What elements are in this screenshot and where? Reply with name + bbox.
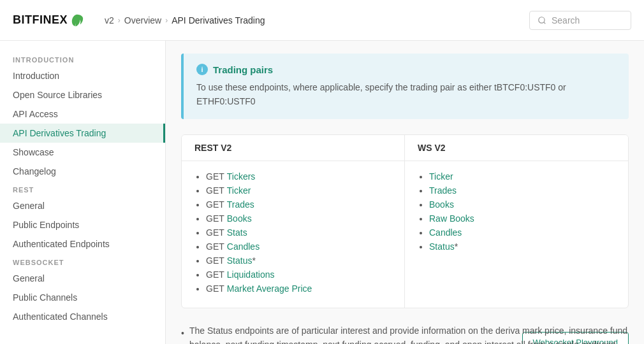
list-item: GETTrades	[206, 199, 392, 210]
api-table-header: REST V2 WS V2	[182, 135, 628, 161]
header: BITFINEX v2 › Overview › API Derivatives…	[0, 0, 644, 41]
info-box-title: i Trading pairs	[196, 64, 616, 75]
list-item: GETTicker	[206, 185, 392, 196]
breadcrumb-current: API Derivatives Trading	[172, 15, 265, 25]
sidebar-item-open-source-libraries[interactable]: Open Source Libraries	[0, 85, 165, 104]
sidebar-item-api-access[interactable]: API Access	[0, 104, 165, 124]
sidebar-item-public-endpoints[interactable]: Public Endpoints	[0, 215, 165, 234]
main-content: i Trading pairs To use these endpoints, …	[166, 41, 644, 344]
sidebar-item-rest-general[interactable]: General	[0, 196, 165, 215]
sidebar-item-public-channels[interactable]: Public Channels	[0, 288, 165, 307]
info-box-title-text: Trading pairs	[213, 64, 273, 75]
status-text-row: • The Status endpoints are of particular…	[181, 324, 629, 344]
breadcrumb-sep-2: ›	[165, 16, 168, 25]
breadcrumb-v2[interactable]: v2	[105, 15, 114, 25]
sidebar-item-changelog[interactable]: Changelog	[0, 162, 165, 181]
list-item: GETCandles	[206, 241, 392, 252]
sidebar-item-authenticated-endpoints[interactable]: Authenticated Endpoints	[0, 234, 165, 254]
list-item: Ticker	[429, 171, 615, 182]
layout: INTRODUCTION Introduction Open Source Li…	[0, 41, 644, 344]
sidebar-item-ws-general[interactable]: General	[0, 269, 165, 288]
svg-point-0	[539, 17, 545, 22]
search-icon	[538, 16, 546, 25]
list-item: Books	[429, 199, 615, 210]
status-description: The Status endpoints are of particular i…	[189, 324, 629, 344]
rest-v2-header: REST V2	[182, 135, 405, 161]
api-table: REST V2 WS V2 GETTickers GETTicker GETTr…	[181, 134, 629, 308]
sidebar-item-api-derivatives-trading[interactable]: API Derivatives Trading	[0, 124, 165, 143]
bullet: •	[181, 326, 184, 340]
list-item: Trades	[429, 185, 615, 196]
sidebar-item-introduction[interactable]: Introduction	[0, 66, 165, 85]
list-item: GETStatus*	[206, 255, 392, 266]
info-icon: i	[196, 64, 208, 75]
sidebar-section-rest: REST	[0, 181, 165, 196]
info-box-text: To use these endpoints, where applicable…	[196, 80, 616, 109]
logo: BITFINEX	[13, 13, 84, 27]
sidebar-item-authenticated-channels[interactable]: Authenticated Channels	[0, 307, 165, 326]
logo-leaf-icon	[70, 13, 84, 27]
breadcrumb-sep-1: ›	[118, 16, 121, 25]
status-section: • The Status endpoints are of particular…	[181, 324, 629, 344]
breadcrumb: v2 › Overview › API Derivatives Trading	[105, 15, 529, 25]
list-item: GETStats	[206, 227, 392, 238]
search-label[interactable]: Search	[552, 15, 580, 25]
list-item: Candles	[429, 227, 615, 238]
sidebar-section-websocket: WEBSOCKET	[0, 254, 165, 269]
rest-v2-col: GETTickers GETTicker GETTrades GETBooks …	[182, 161, 405, 308]
info-box: i Trading pairs To use these endpoints, …	[181, 54, 629, 119]
search-box[interactable]: Search	[529, 11, 631, 30]
list-item: GETBooks	[206, 213, 392, 224]
sidebar: INTRODUCTION Introduction Open Source Li…	[0, 41, 166, 344]
sidebar-section-introduction: INTRODUCTION	[0, 51, 165, 66]
list-item: GETTickers	[206, 171, 392, 182]
list-item: Raw Books	[429, 213, 615, 224]
ws-v2-header: WS V2	[405, 135, 628, 161]
sidebar-item-showcase[interactable]: Showcase	[0, 143, 165, 162]
api-table-body: GETTickers GETTicker GETTrades GETBooks …	[182, 161, 628, 308]
list-item: GETLiquidations	[206, 269, 392, 280]
list-item: GETMarket Average Price	[206, 283, 392, 294]
breadcrumb-overview[interactable]: Overview	[124, 15, 161, 25]
list-item: Status*	[429, 241, 615, 252]
logo-text: BITFINEX	[13, 13, 68, 27]
ws-v2-col: Ticker Trades Books Raw Books Candles St…	[405, 161, 628, 308]
